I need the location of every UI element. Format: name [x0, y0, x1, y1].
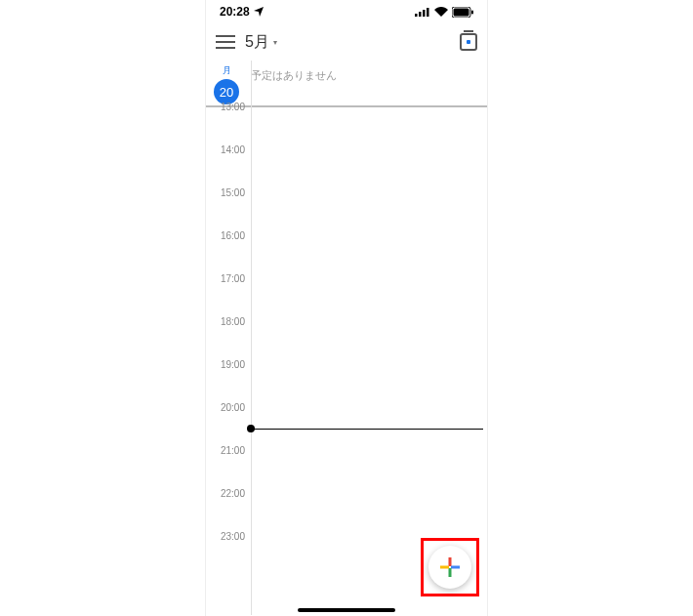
create-event-button[interactable] — [428, 546, 471, 589]
hour-label: 15:00 — [206, 187, 245, 198]
hour-label: 13:00 — [206, 102, 245, 112]
hour-label: 23:00 — [206, 531, 245, 542]
month-selector[interactable]: 5月 ▾ — [245, 32, 277, 53]
svg-rect-9 — [449, 568, 452, 577]
hour-label: 16:00 — [206, 230, 245, 241]
status-left: 20:28 — [220, 5, 264, 19]
no-events-text: 予定はありません — [251, 64, 337, 83]
hour-row[interactable]: 14:00 — [206, 150, 487, 193]
hour-row[interactable]: 17:00 — [206, 279, 487, 322]
current-time-dot — [247, 425, 255, 432]
svg-rect-8 — [451, 566, 460, 569]
month-label: 5月 — [245, 32, 269, 53]
home-indicator[interactable] — [298, 608, 395, 612]
hour-row[interactable]: 19:00 — [206, 365, 487, 408]
svg-rect-7 — [449, 557, 452, 566]
chevron-down-icon: ▾ — [273, 38, 277, 47]
svg-rect-6 — [471, 10, 473, 14]
fab-highlight-box — [421, 538, 479, 596]
svg-rect-0 — [415, 14, 418, 17]
hour-label: 20:00 — [206, 402, 245, 413]
hour-row[interactable]: 13:00 — [206, 107, 487, 150]
svg-rect-3 — [427, 8, 429, 17]
location-icon — [254, 7, 264, 17]
day-header: 月 20 予定はありません — [206, 61, 487, 107]
battery-icon — [452, 7, 473, 18]
svg-rect-1 — [419, 12, 422, 17]
current-time-indicator — [251, 429, 483, 430]
weekday-label: 月 — [223, 64, 231, 77]
status-bar: 20:28 — [206, 0, 487, 23]
status-time: 20:28 — [220, 5, 250, 19]
hour-label: 21:00 — [206, 445, 245, 456]
phone-frame: 20:28 5月 — [205, 0, 488, 616]
cellular-icon — [415, 7, 430, 17]
day-column[interactable]: 月 20 — [206, 64, 251, 104]
plus-icon — [439, 556, 461, 578]
today-icon[interactable] — [460, 33, 477, 51]
hour-label: 17:00 — [206, 273, 245, 284]
hour-label: 14:00 — [206, 144, 245, 155]
hour-row[interactable]: 22:00 — [206, 494, 487, 537]
svg-rect-10 — [440, 566, 449, 569]
hour-row[interactable]: 21:00 — [206, 451, 487, 494]
hour-row[interactable]: 16:00 — [206, 236, 487, 279]
hour-label: 18:00 — [206, 316, 245, 327]
wifi-icon — [434, 7, 448, 17]
app-header: 5月 ▾ — [206, 23, 487, 61]
hour-label: 19:00 — [206, 359, 245, 370]
status-right — [415, 7, 473, 18]
svg-rect-2 — [423, 10, 426, 17]
menu-icon[interactable] — [216, 35, 235, 49]
svg-rect-5 — [454, 8, 469, 16]
hour-label: 22:00 — [206, 488, 245, 499]
hour-row[interactable]: 15:00 — [206, 193, 487, 236]
hour-row[interactable]: 18:00 — [206, 322, 487, 365]
